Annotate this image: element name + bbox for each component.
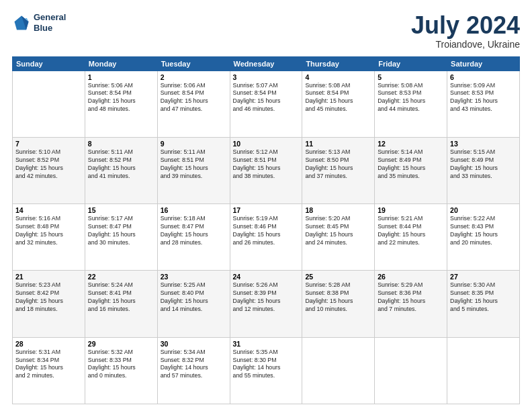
calendar-cell: 25Sunrise: 5:28 AMSunset: 8:38 PMDayligh…: [302, 271, 375, 337]
day-number: 2: [161, 73, 227, 81]
calendar-cell: 6Sunrise: 5:09 AMSunset: 8:53 PMDaylight…: [447, 71, 520, 137]
day-detail: Sunrise: 5:21 AMSunset: 8:44 PMDaylight:…: [378, 215, 444, 247]
day-detail: Sunrise: 5:10 AMSunset: 8:52 PMDaylight:…: [15, 148, 82, 181]
day-number: 30: [161, 340, 227, 348]
day-detail: Sunrise: 5:08 AMSunset: 8:54 PMDaylight:…: [305, 82, 371, 114]
calendar-day-header: Monday: [85, 56, 157, 71]
day-number: 31: [233, 340, 300, 348]
calendar-cell: 18Sunrise: 5:20 AMSunset: 8:45 PMDayligh…: [302, 204, 375, 271]
day-number: 18: [305, 206, 371, 214]
calendar-cell: 10Sunrise: 5:12 AMSunset: 8:51 PMDayligh…: [230, 137, 302, 203]
calendar-cell: 24Sunrise: 5:26 AMSunset: 8:39 PMDayligh…: [230, 271, 302, 337]
calendar-week-row: 7Sunrise: 5:10 AMSunset: 8:52 PMDaylight…: [13, 137, 520, 203]
calendar-cell: 22Sunrise: 5:24 AMSunset: 8:41 PMDayligh…: [85, 271, 157, 337]
day-detail: Sunrise: 5:06 AMSunset: 8:54 PMDaylight:…: [161, 82, 227, 114]
logo-text: General Blue: [34, 12, 66, 33]
calendar-cell: 3Sunrise: 5:07 AMSunset: 8:54 PMDaylight…: [230, 71, 302, 137]
day-number: 29: [88, 340, 154, 348]
calendar-cell: 14Sunrise: 5:16 AMSunset: 8:48 PMDayligh…: [13, 204, 85, 271]
calendar-cell: 12Sunrise: 5:14 AMSunset: 8:49 PMDayligh…: [375, 137, 447, 203]
day-number: 22: [88, 273, 154, 281]
day-number: 11: [305, 140, 371, 148]
day-detail: Sunrise: 5:35 AMSunset: 8:30 PMDaylight:…: [233, 349, 300, 381]
day-number: 23: [161, 273, 227, 281]
day-number: 25: [305, 273, 371, 281]
calendar-cell: 11Sunrise: 5:13 AMSunset: 8:50 PMDayligh…: [302, 137, 375, 203]
day-detail: Sunrise: 5:31 AMSunset: 8:34 PMDaylight:…: [15, 349, 82, 381]
title-block: July 2024 Troiandove, Ukraine: [411, 12, 520, 50]
day-detail: Sunrise: 5:07 AMSunset: 8:54 PMDaylight:…: [233, 82, 300, 114]
day-number: 6: [450, 73, 517, 81]
day-number: 3: [233, 73, 300, 81]
calendar-cell: 20Sunrise: 5:22 AMSunset: 8:43 PMDayligh…: [447, 204, 520, 271]
day-detail: Sunrise: 5:23 AMSunset: 8:42 PMDaylight:…: [15, 281, 82, 314]
calendar-cell: [447, 337, 520, 404]
day-number: 28: [15, 340, 82, 348]
calendar-cell: 9Sunrise: 5:11 AMSunset: 8:51 PMDaylight…: [157, 137, 230, 203]
day-detail: Sunrise: 5:15 AMSunset: 8:49 PMDaylight:…: [450, 148, 517, 181]
day-number: 16: [161, 206, 227, 214]
logo: General Blue: [12, 12, 66, 33]
logo-icon: [12, 13, 31, 32]
calendar-cell: 23Sunrise: 5:25 AMSunset: 8:40 PMDayligh…: [157, 271, 230, 337]
calendar-day-header: Friday: [375, 56, 447, 71]
day-number: 17: [233, 206, 300, 214]
calendar-week-row: 21Sunrise: 5:23 AMSunset: 8:42 PMDayligh…: [13, 271, 520, 337]
day-detail: Sunrise: 5:16 AMSunset: 8:48 PMDaylight:…: [15, 215, 82, 247]
day-number: 14: [15, 206, 82, 214]
calendar-cell: 30Sunrise: 5:34 AMSunset: 8:32 PMDayligh…: [157, 337, 230, 404]
calendar-cell: 1Sunrise: 5:06 AMSunset: 8:54 PMDaylight…: [85, 71, 157, 137]
day-number: 20: [450, 206, 517, 214]
day-number: 13: [450, 140, 517, 148]
day-detail: Sunrise: 5:14 AMSunset: 8:49 PMDaylight:…: [378, 148, 444, 181]
day-detail: Sunrise: 5:29 AMSunset: 8:36 PMDaylight:…: [378, 281, 444, 314]
page: General Blue July 2024 Troiandove, Ukrai…: [0, 0, 532, 411]
calendar-day-header: Sunday: [13, 56, 85, 71]
day-detail: Sunrise: 5:18 AMSunset: 8:47 PMDaylight:…: [161, 215, 227, 247]
calendar-week-row: 28Sunrise: 5:31 AMSunset: 8:34 PMDayligh…: [13, 337, 520, 404]
main-title: July 2024: [411, 12, 520, 39]
calendar-cell: 29Sunrise: 5:32 AMSunset: 8:33 PMDayligh…: [85, 337, 157, 404]
day-number: 12: [378, 140, 444, 148]
calendar-day-header: Wednesday: [230, 56, 302, 71]
day-detail: Sunrise: 5:17 AMSunset: 8:47 PMDaylight:…: [88, 215, 154, 247]
calendar-cell: 8Sunrise: 5:11 AMSunset: 8:52 PMDaylight…: [85, 137, 157, 203]
calendar-cell: 2Sunrise: 5:06 AMSunset: 8:54 PMDaylight…: [157, 71, 230, 137]
day-number: 4: [305, 73, 371, 81]
calendar-cell: 16Sunrise: 5:18 AMSunset: 8:47 PMDayligh…: [157, 204, 230, 271]
day-number: 1: [88, 73, 154, 81]
day-number: 19: [378, 206, 444, 214]
day-number: 26: [378, 273, 444, 281]
calendar-cell: 19Sunrise: 5:21 AMSunset: 8:44 PMDayligh…: [375, 204, 447, 271]
calendar-cell: 5Sunrise: 5:08 AMSunset: 8:53 PMDaylight…: [375, 71, 447, 137]
day-detail: Sunrise: 5:19 AMSunset: 8:46 PMDaylight:…: [233, 215, 300, 247]
day-detail: Sunrise: 5:20 AMSunset: 8:45 PMDaylight:…: [305, 215, 371, 247]
header: General Blue July 2024 Troiandove, Ukrai…: [12, 12, 520, 50]
calendar-week-row: 14Sunrise: 5:16 AMSunset: 8:48 PMDayligh…: [13, 204, 520, 271]
subtitle: Troiandove, Ukraine: [411, 39, 520, 50]
day-detail: Sunrise: 5:13 AMSunset: 8:50 PMDaylight:…: [305, 148, 371, 181]
day-detail: Sunrise: 5:28 AMSunset: 8:38 PMDaylight:…: [305, 281, 371, 314]
day-detail: Sunrise: 5:26 AMSunset: 8:39 PMDaylight:…: [233, 281, 300, 314]
day-detail: Sunrise: 5:30 AMSunset: 8:35 PMDaylight:…: [450, 281, 517, 314]
calendar-cell: 13Sunrise: 5:15 AMSunset: 8:49 PMDayligh…: [447, 137, 520, 203]
day-number: 24: [233, 273, 300, 281]
calendar-cell: 21Sunrise: 5:23 AMSunset: 8:42 PMDayligh…: [13, 271, 85, 337]
calendar-cell: 17Sunrise: 5:19 AMSunset: 8:46 PMDayligh…: [230, 204, 302, 271]
day-detail: Sunrise: 5:32 AMSunset: 8:33 PMDaylight:…: [88, 349, 154, 381]
calendar-cell: 31Sunrise: 5:35 AMSunset: 8:30 PMDayligh…: [230, 337, 302, 404]
calendar-day-header: Thursday: [302, 56, 375, 71]
day-detail: Sunrise: 5:34 AMSunset: 8:32 PMDaylight:…: [161, 349, 227, 381]
calendar-cell: 28Sunrise: 5:31 AMSunset: 8:34 PMDayligh…: [13, 337, 85, 404]
calendar-cell: 15Sunrise: 5:17 AMSunset: 8:47 PMDayligh…: [85, 204, 157, 271]
calendar-cell: 4Sunrise: 5:08 AMSunset: 8:54 PMDaylight…: [302, 71, 375, 137]
day-detail: Sunrise: 5:08 AMSunset: 8:53 PMDaylight:…: [378, 82, 444, 114]
day-detail: Sunrise: 5:22 AMSunset: 8:43 PMDaylight:…: [450, 215, 517, 247]
calendar-week-row: 1Sunrise: 5:06 AMSunset: 8:54 PMDaylight…: [13, 71, 520, 137]
day-detail: Sunrise: 5:06 AMSunset: 8:54 PMDaylight:…: [88, 82, 154, 114]
day-number: 15: [88, 206, 154, 214]
day-number: 9: [161, 140, 227, 148]
day-detail: Sunrise: 5:24 AMSunset: 8:41 PMDaylight:…: [88, 281, 154, 314]
calendar-cell: [13, 71, 85, 137]
day-number: 27: [450, 273, 517, 281]
